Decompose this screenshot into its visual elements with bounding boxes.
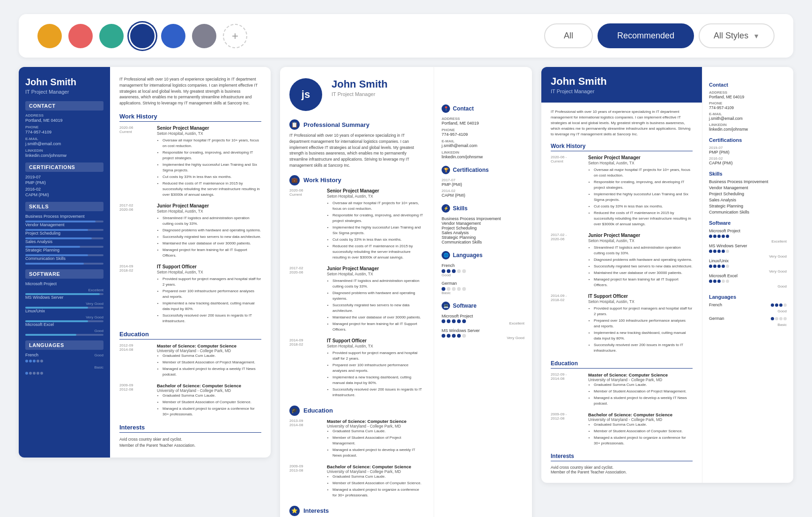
resume3-layout: John Smith IT Project Manager IT Profess… <box>541 67 793 483</box>
contact-section-label: Contact <box>25 101 103 111</box>
resume2-layout: js John Smith IT Project Manager 📋 Profe… <box>280 67 532 517</box>
job-row-2: 2017-022020-06 Junior Project Manager Se… <box>119 203 261 259</box>
resume2-sidebar: 📍 Contact Address Portland, ME 04019 Pho… <box>434 67 532 517</box>
filter-buttons: All Recommended All Styles ▼ <box>544 23 775 48</box>
contact-icon: 📍 <box>442 104 450 113</box>
filter-recommended-button[interactable]: Recommended <box>598 23 694 48</box>
job-row-3: 2014-092018-02 IT Support Officer Seton … <box>119 264 261 325</box>
filter-all-styles-button[interactable]: All Styles ▼ <box>699 23 775 48</box>
resume3-sidebar: Contact Address Portland, ME 04019 Phone… <box>702 67 793 483</box>
color-gray[interactable] <box>192 24 216 48</box>
color-orange[interactable] <box>37 24 62 48</box>
resume1-sidebar: John Smith IT Project Manager Contact Ad… <box>19 67 110 458</box>
resume2-main: js John Smith IT Project Manager 📋 Profe… <box>280 67 434 517</box>
software-section-label: Software <box>25 269 103 279</box>
work-history-header: Work History <box>119 113 261 122</box>
color-teal[interactable] <box>99 24 124 48</box>
interests-header: Interests <box>119 424 261 433</box>
color-coral[interactable] <box>68 24 93 48</box>
skills-icon: ⚡ <box>442 204 450 213</box>
color-blue-medium[interactable] <box>161 24 185 48</box>
color-picker: + <box>37 24 535 48</box>
resume3-header: John Smith IT Project Manager <box>541 67 702 103</box>
resume-card-1[interactable]: John Smith IT Project Manager Contact Ad… <box>19 67 271 458</box>
lang-icon: 🌐 <box>442 251 450 259</box>
summary-icon: 📋 <box>289 119 300 130</box>
certifications-section-label: Certifications <box>25 162 103 172</box>
color-blue-dark[interactable] <box>130 24 155 48</box>
filter-all-button[interactable]: All <box>544 23 593 48</box>
education-header: Education <box>119 331 261 340</box>
cert-icon: 🏆 <box>442 166 450 174</box>
work-icon: 💼 <box>289 175 300 185</box>
job-row-1: 2020-06Current Senior Project Manager Se… <box>119 126 261 199</box>
chevron-down-icon: ▼ <box>753 32 760 40</box>
resume1-title: IT Project Manager <box>25 89 103 95</box>
resume2-header: js John Smith IT Project Manager <box>289 78 424 111</box>
resume-cards-area: John Smith IT Project Manager Contact Ad… <box>0 67 812 517</box>
resume1-layout: John Smith IT Project Manager Contact Ad… <box>19 67 271 458</box>
add-color-button[interactable]: + <box>223 24 247 48</box>
languages-section-label: Languages <box>25 340 103 350</box>
resume3-main: John Smith IT Project Manager IT Profess… <box>541 67 702 483</box>
skills-section-label: Skills <box>25 202 103 211</box>
resume1-main: IT Professional with over 10 years of ex… <box>110 67 271 458</box>
top-bar: + All Recommended All Styles ▼ <box>19 14 793 58</box>
interests-icon: ⭐ <box>289 506 300 516</box>
education-icon: 🎓 <box>289 406 300 416</box>
software-icon: 💻 <box>442 302 450 310</box>
resume-card-2[interactable]: js John Smith IT Project Manager 📋 Profe… <box>280 67 532 517</box>
avatar: js <box>289 78 322 111</box>
resume-card-3[interactable]: John Smith IT Project Manager IT Profess… <box>541 67 793 483</box>
resume1-name: John Smith <box>25 76 103 88</box>
